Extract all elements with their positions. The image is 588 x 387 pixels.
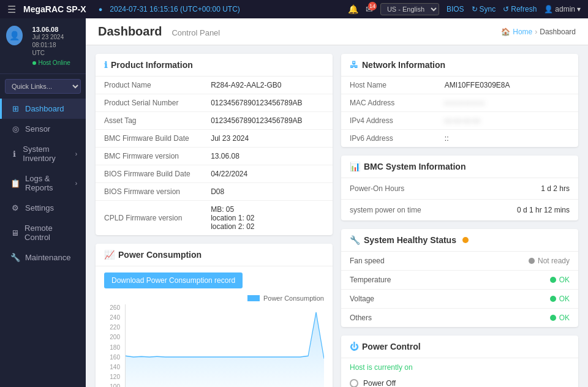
bios-button[interactable]: BIOS xyxy=(447,5,464,13)
download-power-btn[interactable]: Download Power Consumption record xyxy=(104,272,243,288)
healthy-label: Others xyxy=(350,314,372,322)
radio-button[interactable] xyxy=(350,379,358,387)
sidebar-item-remote-control[interactable]: 🖥 Remote Control xyxy=(0,218,86,247)
yaxis-label: 160 xyxy=(104,354,120,361)
breadcrumb-home-link[interactable]: Home xyxy=(513,28,532,36)
product-info-title: Product Information xyxy=(111,60,193,70)
sync-button[interactable]: ↻ Sync xyxy=(472,5,496,13)
hamburger-icon[interactable]: ☰ xyxy=(7,4,16,15)
mail-badge: 14 xyxy=(368,2,377,10)
yaxis-label: 140 xyxy=(104,364,120,370)
power-control-header: ⏻ Power Control xyxy=(341,336,578,358)
system-healthy-icon: 🔧 xyxy=(350,235,360,245)
alert-bell-icon[interactable]: 🔔 xyxy=(348,4,358,14)
bmc-row: system power on time0 d 1 hr 12 mins xyxy=(341,200,578,220)
admin-menu[interactable]: 👤 admin ▾ xyxy=(544,5,581,13)
nav-icon: 📋 xyxy=(10,179,20,188)
status-text: Not ready xyxy=(538,257,570,265)
table-row: BMC Firmware Build DateJul 23 2024 xyxy=(96,130,333,148)
sidebar-item-settings[interactable]: ⚙ Settings xyxy=(0,198,86,218)
bmc-value: 0 d 1 hr 12 mins xyxy=(517,206,570,214)
nav-label: Maintenance xyxy=(25,253,70,262)
status-dot-icon xyxy=(550,296,556,302)
avatar: 👤 xyxy=(6,26,23,45)
breadcrumb-current: Dashboard xyxy=(540,28,576,36)
sidebar-item-logs-&-reports[interactable]: 📋 Logs & Reports › xyxy=(0,168,86,198)
status-text: OK xyxy=(559,295,570,303)
nav-icon: ℹ xyxy=(10,149,18,159)
power-consumption-title: Power Consumption xyxy=(118,250,202,260)
row-value-blurred: --- --- --- --- xyxy=(445,116,480,125)
status-text: OK xyxy=(559,276,570,284)
bmc-info-icon: 📊 xyxy=(350,162,360,171)
language-selector[interactable]: US - English xyxy=(380,3,439,15)
network-info-card: 🖧 Network Information Host NameAMI10FFE0… xyxy=(341,54,578,147)
nav-label: Settings xyxy=(25,203,54,212)
row-label: IPv6 Address xyxy=(341,130,436,148)
row-label: Product Name xyxy=(96,77,202,94)
row-value: 01234567890123456789AB xyxy=(202,112,333,130)
power-option-row[interactable]: Power Off xyxy=(341,375,578,387)
row-value: D08 xyxy=(202,183,333,201)
row-value: 13.06.08 xyxy=(202,148,333,165)
row-label: MAC Address xyxy=(341,94,436,112)
power-option-label: Power Off xyxy=(363,379,396,387)
healthy-status: OK xyxy=(550,295,570,303)
product-info-card: ℹ Product Information Product NameR284-A… xyxy=(96,54,333,235)
system-healthy-badge xyxy=(462,237,469,243)
status-dot-icon xyxy=(550,315,556,321)
yaxis-label: 240 xyxy=(104,314,120,321)
row-label: CPLD Firmware version xyxy=(96,201,202,236)
yaxis-label: 120 xyxy=(104,374,120,380)
bmc-info-card: 📊 BMC System Information Power-On Hours1… xyxy=(341,156,578,220)
table-row: Product Serial Number0123456789012345678… xyxy=(96,94,333,112)
nav-arrow-icon: › xyxy=(75,151,77,157)
healthy-row: Voltage OK xyxy=(341,290,578,309)
table-row: Asset Tag01234567890123456789AB xyxy=(96,112,333,130)
healthy-status: OK xyxy=(550,314,570,322)
row-value: MB: 05location 1: 02location 2: 02 xyxy=(202,201,333,236)
power-control-icon: ⏻ xyxy=(350,342,358,351)
status-dot-icon xyxy=(529,258,535,264)
row-label: BMC Firmware version xyxy=(96,148,202,165)
refresh-button[interactable]: ↺ Refresh xyxy=(503,5,537,13)
nav-label: System Inventory xyxy=(23,145,70,163)
profile-datetime: Jul 23 2024 08:01:18 xyxy=(32,33,80,49)
row-value: Jul 23 2024 xyxy=(202,130,333,148)
row-label: Product Serial Number xyxy=(96,94,202,112)
table-row: CPLD Firmware versionMB: 05location 1: 0… xyxy=(96,201,333,236)
row-label: Asset Tag xyxy=(96,112,202,130)
network-info-title: Network Information xyxy=(362,60,445,70)
sidebar-item-system-inventory[interactable]: ℹ System Inventory › xyxy=(0,139,86,168)
network-info-table: Host NameAMI10FFE0309E8AMAC Address-- --… xyxy=(341,77,578,147)
table-row: IPv4 Address--- --- --- --- xyxy=(341,112,578,130)
nav-icon: ◎ xyxy=(10,124,20,133)
row-label: BIOS Firmware Build Date xyxy=(96,165,202,183)
power-consumption-icon: 📈 xyxy=(104,250,115,260)
row-value: -- -- -- -- -- -- xyxy=(436,94,578,112)
quicklinks-select[interactable]: Quick Links... xyxy=(5,79,81,94)
breadcrumb-separator: › xyxy=(535,28,537,36)
host-status-dot xyxy=(32,61,36,65)
system-healthy-card: 🔧 System Healthy Status Fan speed Not re… xyxy=(341,229,578,327)
row-label: IPv4 Address xyxy=(341,112,436,130)
yaxis-label: 260 xyxy=(104,304,120,311)
bmc-label: system power on time xyxy=(350,206,421,214)
row-value: 0123456789012345678​9AB xyxy=(202,94,333,112)
row-value: R284-A92-AAL2-GB0 xyxy=(202,77,333,94)
healthy-label: Temperature xyxy=(350,276,391,284)
host-on-status: Host is currently on xyxy=(341,358,578,375)
product-info-table: Product NameR284-A92-AAL2-GB0Product Ser… xyxy=(96,77,333,235)
sidebar-item-maintenance[interactable]: 🔧 Maintenance xyxy=(0,247,86,268)
network-info-icon: 🖧 xyxy=(350,60,358,70)
nav-label: Sensor xyxy=(25,124,50,133)
healthy-label: Fan speed xyxy=(350,257,385,265)
mail-icon[interactable]: ✉ 14 xyxy=(366,4,373,14)
time-icon: ● xyxy=(99,6,103,13)
nav-label: Dashboard xyxy=(25,104,64,113)
product-info-header: ℹ Product Information xyxy=(96,54,333,77)
healthy-row: Others OK xyxy=(341,309,578,327)
sidebar-item-sensor[interactable]: ◎ Sensor xyxy=(0,119,86,139)
sidebar-item-dashboard[interactable]: ⊞ Dashboard xyxy=(0,99,86,119)
yaxis-label: 180 xyxy=(104,344,120,351)
